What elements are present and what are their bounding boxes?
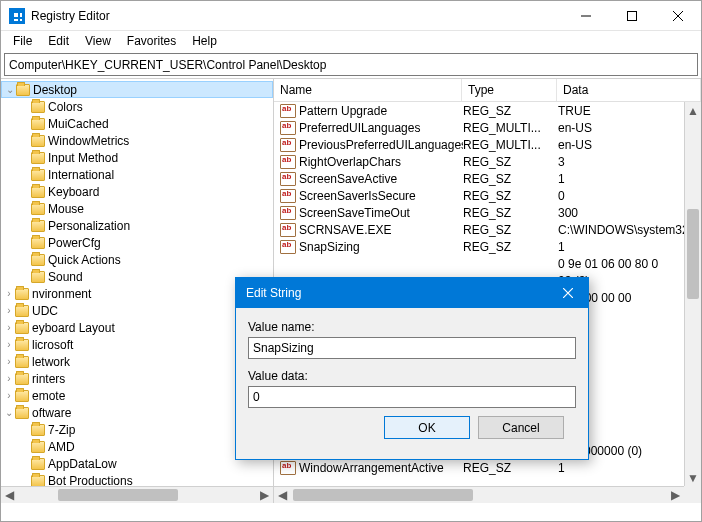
menu-file[interactable]: File bbox=[5, 32, 40, 50]
close-button[interactable] bbox=[655, 1, 701, 31]
row-type: REG_SZ bbox=[463, 155, 558, 169]
col-name[interactable]: Name bbox=[274, 79, 462, 101]
scroll-right-icon[interactable]: ▶ bbox=[256, 487, 273, 503]
tree-item[interactable]: Input Method bbox=[1, 149, 273, 166]
chevron-right-icon[interactable]: › bbox=[3, 356, 15, 367]
dialog-titlebar[interactable]: Edit String bbox=[236, 278, 588, 308]
row-name: RightOverlapChars bbox=[299, 155, 463, 169]
folder-icon bbox=[31, 254, 45, 266]
row-name: ScreenSaveActive bbox=[299, 172, 463, 186]
tree-item[interactable]: AppDataLow bbox=[1, 455, 273, 472]
row-name: SCRNSAVE.EXE bbox=[299, 223, 463, 237]
tree-item[interactable]: ›rinters bbox=[1, 370, 273, 387]
tree-item[interactable]: Personalization bbox=[1, 217, 273, 234]
row-data: TRUE bbox=[558, 104, 701, 118]
value-data-input[interactable] bbox=[248, 386, 576, 408]
listview-vscrollbar[interactable]: ▲ ▼ bbox=[684, 102, 701, 486]
tree-item[interactable]: International bbox=[1, 166, 273, 183]
tree-item[interactable]: ›UDC bbox=[1, 302, 273, 319]
tree-item-label: WindowMetrics bbox=[48, 134, 129, 148]
chevron-right-icon[interactable]: › bbox=[3, 305, 15, 316]
tree-item[interactable]: Mouse bbox=[1, 200, 273, 217]
tree-item[interactable]: ›licrosoft bbox=[1, 336, 273, 353]
reg-string-icon bbox=[280, 189, 296, 203]
chevron-down-icon[interactable]: ⌄ bbox=[4, 84, 16, 95]
listview-header: Name Type Data bbox=[274, 79, 701, 102]
list-row[interactable]: ScreenSaverIsSecureREG_SZ0 bbox=[274, 187, 701, 204]
scroll-down-icon[interactable]: ▼ bbox=[685, 469, 701, 486]
scroll-right-icon[interactable]: ▶ bbox=[667, 487, 684, 503]
tree-item[interactable]: PowerCfg bbox=[1, 234, 273, 251]
tree-item-label: emote bbox=[32, 389, 65, 403]
tree-item[interactable]: ⌄Desktop bbox=[1, 81, 273, 98]
chevron-right-icon[interactable]: › bbox=[3, 322, 15, 333]
row-data: 3 bbox=[558, 155, 701, 169]
col-type[interactable]: Type bbox=[462, 79, 557, 101]
tree-item[interactable]: ›letwork bbox=[1, 353, 273, 370]
col-data[interactable]: Data bbox=[557, 79, 701, 101]
tree-item-label: Input Method bbox=[48, 151, 118, 165]
list-row[interactable]: RightOverlapCharsREG_SZ3 bbox=[274, 153, 701, 170]
reg-string-icon bbox=[280, 223, 296, 237]
folder-icon bbox=[31, 220, 45, 232]
value-name-input[interactable] bbox=[248, 337, 576, 359]
tree-item[interactable]: ⌄oftware bbox=[1, 404, 273, 421]
chevron-right-icon[interactable]: › bbox=[3, 339, 15, 350]
tree-item[interactable]: Keyboard bbox=[1, 183, 273, 200]
row-type: REG_SZ bbox=[463, 240, 558, 254]
tree-hscrollbar[interactable]: ◀ ▶ bbox=[1, 486, 273, 503]
tree-item[interactable]: Colors bbox=[1, 98, 273, 115]
reg-string-icon bbox=[280, 206, 296, 220]
row-type: REG_SZ bbox=[463, 104, 558, 118]
chevron-down-icon[interactable]: ⌄ bbox=[3, 407, 15, 418]
tree-item[interactable]: Sound bbox=[1, 268, 273, 285]
list-row[interactable]: 0 9e 01 06 00 80 0 bbox=[274, 255, 701, 272]
tree-item[interactable]: 7-Zip bbox=[1, 421, 273, 438]
list-row[interactable]: SCRNSAVE.EXEREG_SZC:\WINDOWS\system32\B bbox=[274, 221, 701, 238]
cancel-button[interactable]: Cancel bbox=[478, 416, 564, 439]
chevron-right-icon[interactable]: › bbox=[3, 288, 15, 299]
minimize-button[interactable] bbox=[563, 1, 609, 31]
list-row[interactable]: Pattern UpgradeREG_SZTRUE bbox=[274, 102, 701, 119]
folder-icon bbox=[31, 152, 45, 164]
list-row[interactable]: SnapSizingREG_SZ1 bbox=[274, 238, 701, 255]
folder-icon bbox=[31, 101, 45, 113]
menu-favorites[interactable]: Favorites bbox=[119, 32, 184, 50]
chevron-right-icon[interactable]: › bbox=[3, 373, 15, 384]
maximize-button[interactable] bbox=[609, 1, 655, 31]
scroll-left-icon[interactable]: ◀ bbox=[1, 487, 18, 503]
tree-item[interactable]: AMD bbox=[1, 438, 273, 455]
row-name: WindowArrangementActive bbox=[299, 461, 463, 475]
tree-item[interactable]: ›eyboard Layout bbox=[1, 319, 273, 336]
tree-item[interactable]: Quick Actions bbox=[1, 251, 273, 268]
folder-icon bbox=[31, 135, 45, 147]
chevron-right-icon[interactable]: › bbox=[3, 390, 15, 401]
row-type: REG_MULTI... bbox=[463, 138, 558, 152]
tree-item-label: Sound bbox=[48, 270, 83, 284]
menu-view[interactable]: View bbox=[77, 32, 119, 50]
svg-rect-0 bbox=[628, 11, 637, 20]
list-row[interactable]: PreviousPreferredUILanguagesREG_MULTI...… bbox=[274, 136, 701, 153]
list-row[interactable]: ScreenSaveActiveREG_SZ1 bbox=[274, 170, 701, 187]
tree-item-label: 7-Zip bbox=[48, 423, 75, 437]
list-row[interactable]: ScreenSaveTimeOutREG_SZ300 bbox=[274, 204, 701, 221]
dialog-close-button[interactable] bbox=[548, 278, 588, 308]
scroll-left-icon[interactable]: ◀ bbox=[274, 487, 291, 503]
tree-item-label: AMD bbox=[48, 440, 75, 454]
tree-item-label: Personalization bbox=[48, 219, 130, 233]
row-type: REG_SZ bbox=[463, 172, 558, 186]
row-data: C:\WINDOWS\system32\B bbox=[558, 223, 701, 237]
list-row[interactable]: WindowArrangementActiveREG_SZ1 bbox=[274, 459, 701, 476]
address-bar[interactable]: Computer\HKEY_CURRENT_USER\Control Panel… bbox=[4, 53, 698, 76]
tree-item[interactable]: WindowMetrics bbox=[1, 132, 273, 149]
scroll-up-icon[interactable]: ▲ bbox=[685, 102, 701, 119]
ok-button[interactable]: OK bbox=[384, 416, 470, 439]
tree-item[interactable]: ›nvironment bbox=[1, 285, 273, 302]
menu-help[interactable]: Help bbox=[184, 32, 225, 50]
menu-edit[interactable]: Edit bbox=[40, 32, 77, 50]
list-row[interactable]: PreferredUILanguagesREG_MULTI...en-US bbox=[274, 119, 701, 136]
listview-hscrollbar[interactable]: ◀ ▶ bbox=[274, 486, 684, 503]
tree-item[interactable]: ›emote bbox=[1, 387, 273, 404]
row-type: REG_SZ bbox=[463, 189, 558, 203]
tree-item[interactable]: MuiCached bbox=[1, 115, 273, 132]
